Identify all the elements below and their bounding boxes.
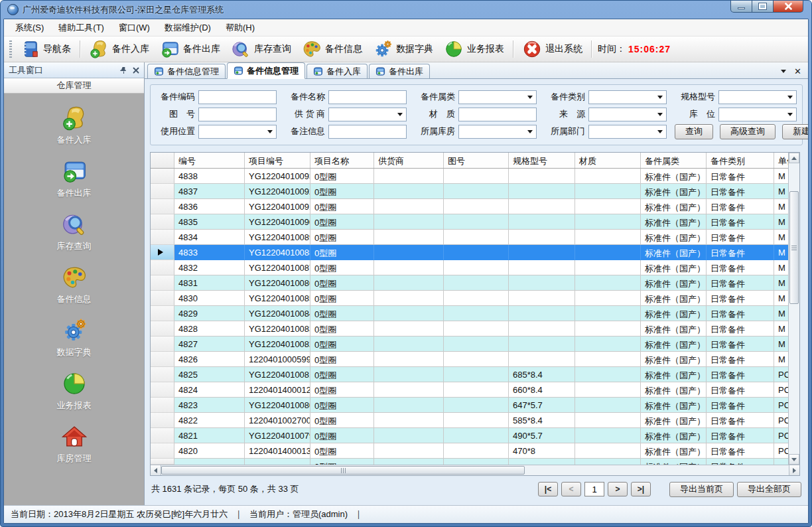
window-title: 广州爱奇迪软件科技有限公司-深田之星仓库管理系统 (23, 4, 224, 16)
table-row[interactable]: 4829YG122040100840型圈标准件（国产）日常备件M (151, 306, 799, 321)
table-row[interactable]: 4832YG122040100870型圈标准件（国产）日常备件M (151, 260, 799, 275)
sidebar-item-parts-in[interactable]: 备件入库 (18, 102, 131, 150)
toolbar-button-parts-out[interactable]: 备件出库 (155, 37, 226, 61)
table-row[interactable]: 4836YG122040100910型圈标准件（国产）日常备件M (151, 199, 799, 214)
table-row[interactable]: 482012204014000130型圈470*8标准件（国产）日常备件PC (151, 443, 799, 459)
use-position-combo[interactable] (198, 125, 277, 139)
menu-item-4[interactable]: 帮助(H) (218, 21, 262, 35)
table-row[interactable]: 4833YG122040100880型圈标准件（国产）日常备件M (151, 245, 799, 260)
spec-model-combo[interactable] (718, 90, 797, 104)
col-header-supplier[interactable]: 供货商 (374, 153, 444, 168)
vertical-scrollbar[interactable] (788, 153, 799, 465)
table-row[interactable]: 482212204010027000型圈585*8.4标准件（国产）日常备件PC (151, 413, 799, 428)
col-header-part-attribute[interactable]: 备件属类 (641, 153, 707, 168)
warehouse-combo[interactable] (458, 125, 537, 139)
stock-query-icon (231, 39, 251, 59)
table-row[interactable]: 4821YG122040100790型圈490*5.7标准件（国产）日常备件PC (151, 428, 799, 443)
toolbar-button-parts-in[interactable]: 备件入库 (84, 37, 155, 61)
table-row[interactable]: 4827YG122040100820型圈标准件（国产）日常备件M (151, 337, 799, 352)
scroll-left-arrow[interactable] (151, 465, 161, 475)
menu-item-0[interactable]: 系统(S) (8, 21, 51, 35)
department-combo[interactable] (588, 125, 667, 139)
col-header-project-code[interactable]: 项目编号 (245, 153, 310, 168)
query-button[interactable]: 查询 (675, 124, 713, 139)
horizontal-scrollbar[interactable] (151, 465, 799, 475)
table-row-partial[interactable]: 0型圈标准件（国产）日常备件 (151, 459, 799, 465)
minimize-button[interactable] (730, 1, 752, 13)
close-button[interactable] (773, 1, 803, 13)
sidebar-item-parts-out[interactable]: 备件出库 (18, 155, 131, 203)
close-panel-icon[interactable] (133, 67, 139, 74)
part-attribute-combo[interactable] (458, 90, 537, 104)
table-row[interactable]: 4828YG122040100830型圈标准件（国产）日常备件M (151, 321, 799, 337)
tab-1[interactable]: 备件信息管理 (227, 62, 305, 79)
tab-0[interactable]: 备件信息管理 (147, 64, 226, 78)
sidebar-item-warehouse[interactable]: 库房管理 (18, 420, 131, 469)
toolbar-button-navbar[interactable]: 导航条 (15, 37, 76, 61)
sidebar-section-header[interactable]: 仓库管理 (4, 78, 144, 94)
col-header-drawing-no[interactable]: 图号 (444, 153, 509, 168)
col-header-part-category[interactable]: 备件类别 (707, 153, 774, 168)
export-current-page-button[interactable]: 导出当前页 (669, 482, 734, 497)
supplier-combo[interactable] (328, 108, 407, 121)
maximize-button[interactable] (752, 1, 774, 13)
sidebar-item-parts-info[interactable]: 备件信息 (18, 261, 131, 309)
sidebar-item-report[interactable]: 业务报表 (18, 367, 131, 415)
tab-3[interactable]: 备件出库 (369, 64, 430, 78)
tab-2[interactable]: 备件入库 (306, 64, 368, 78)
table-row[interactable]: 4825YG122040100810型圈685*8.4标准件（国产）日常备件PC (151, 367, 799, 382)
table-row[interactable]: 482412204014000120型圈660*8.4标准件（国产）日常备件PC (151, 382, 799, 398)
table-row[interactable]: 4831YG122040100860型圈标准件（国产）日常备件M (151, 275, 799, 291)
advanced-query-button[interactable]: 高级查询 (720, 124, 776, 139)
part-category-combo[interactable] (588, 90, 667, 104)
pager-next-button[interactable]: > (608, 482, 628, 496)
toolbar-button-report[interactable]: 业务报表 (439, 37, 509, 61)
toolbar-button-stock-query[interactable]: 库存查询 (226, 37, 297, 61)
source-combo[interactable] (588, 108, 667, 121)
toolbar-grip[interactable] (9, 40, 12, 58)
table-cell-id: 4834 (174, 230, 245, 245)
table-row[interactable]: 4838YG122040100930型圈标准件（国产）日常备件M (151, 169, 799, 184)
toolbar-button-data-dict[interactable]: 数据字典 (368, 37, 439, 61)
horizontal-scroll-thumb[interactable] (161, 466, 525, 475)
scroll-up-arrow[interactable] (789, 153, 799, 163)
part-name-input[interactable] (328, 90, 407, 104)
col-header-spec-model[interactable]: 规格型号 (509, 153, 575, 168)
table-row[interactable]: 4837YG122040100920型圈标准件（国产）日常备件M (151, 184, 799, 199)
remark-input[interactable] (328, 125, 407, 139)
part-code-input[interactable] (198, 90, 277, 104)
table-cell-id: 4820 (174, 443, 245, 459)
tab-close-icon[interactable]: ✕ (794, 67, 801, 76)
location-combo[interactable] (718, 108, 797, 121)
col-header-project-name[interactable]: 项目名称 (310, 153, 374, 168)
pin-icon[interactable] (120, 66, 127, 74)
col-header-material[interactable]: 材质 (575, 153, 641, 168)
table-row[interactable]: 4835YG122040100900型圈标准件（国产）日常备件M (151, 214, 799, 230)
scroll-down-arrow[interactable] (789, 454, 799, 465)
menu-item-2[interactable]: 窗口(W) (111, 21, 157, 35)
menu-item-3[interactable]: 数据维护(D) (157, 21, 218, 35)
table-row[interactable]: 4830YG122040100850型圈标准件（国产）日常备件M (151, 291, 799, 306)
toolbar-button-exit[interactable]: 退出系统 (517, 37, 588, 61)
pager-last-button[interactable]: >| (631, 482, 651, 496)
pager-prev-button[interactable]: < (561, 482, 581, 496)
scroll-right-arrow[interactable] (789, 465, 799, 475)
pager-page-input[interactable] (584, 482, 604, 496)
pager-first-button[interactable]: |< (538, 482, 558, 496)
table-cell-project-name: 0型圈 (310, 291, 374, 306)
vertical-scroll-thumb[interactable] (789, 191, 799, 304)
col-header-unit[interactable]: 单位 (774, 153, 789, 168)
export-all-pages-button[interactable]: 导出全部页 (737, 482, 801, 497)
tab-list-dropdown-icon[interactable] (781, 70, 786, 73)
sidebar-item-stock-query[interactable]: 库存查询 (18, 208, 131, 256)
menu-item-1[interactable]: 辅助工具(T) (51, 21, 111, 35)
toolbar-button-parts-info[interactable]: 备件信息 (297, 37, 368, 61)
table-row[interactable]: 4823YG122040100800型圈647*5.7标准件（国产）日常备件PC (151, 398, 799, 413)
new-button[interactable]: 新建 (782, 124, 809, 139)
sidebar-item-data-dict[interactable]: 数据字典 (18, 314, 131, 362)
drawing-no-input[interactable] (198, 108, 277, 121)
material-input[interactable] (458, 108, 537, 121)
table-row[interactable]: 482612204010005990型圈标准件（国产）日常备件M (151, 352, 799, 367)
col-header-id[interactable]: 编号 (174, 153, 245, 168)
table-row[interactable]: 4834YG122040100890型圈标准件（国产）日常备件M (151, 230, 799, 245)
